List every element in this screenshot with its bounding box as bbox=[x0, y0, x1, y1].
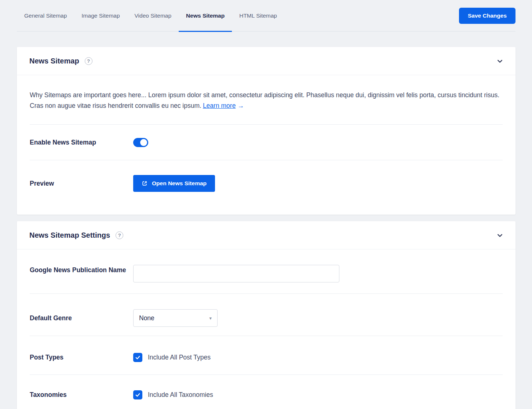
default-genre-select[interactable]: None ▾ bbox=[133, 309, 218, 327]
enable-news-sitemap-toggle[interactable] bbox=[133, 138, 148, 147]
tab-html-sitemap[interactable]: HTML Sitemap bbox=[232, 0, 284, 31]
arrow-right-icon: → bbox=[237, 102, 244, 109]
news-sitemap-card: News Sitemap ? Why Sitemaps are importan… bbox=[17, 47, 515, 215]
sitemap-settings-page: General Sitemap Image Sitemap Video Site… bbox=[0, 0, 532, 409]
preview-row: Preview Open News Sitemap bbox=[30, 160, 503, 215]
google-news-publication-name-row: Google News Publication Name bbox=[30, 249, 503, 294]
taxonomies-row: Taxonomies Include All Taxonomies bbox=[30, 375, 503, 409]
default-genre-row: Default Genre None ▾ bbox=[30, 294, 503, 336]
tab-video-sitemap[interactable]: Video Sitemap bbox=[127, 0, 179, 31]
include-all-taxonomies-label: Include All Taxonomies bbox=[148, 391, 213, 399]
tab-image-sitemap[interactable]: Image Sitemap bbox=[74, 0, 127, 31]
card-title: News Sitemap Settings bbox=[29, 231, 110, 240]
description-text: Why Sitemaps are important goes here... … bbox=[30, 91, 499, 109]
default-genre-label: Default Genre bbox=[30, 313, 133, 323]
toggle-knob bbox=[140, 139, 147, 146]
include-all-post-types-label: Include All Post Types bbox=[148, 354, 211, 361]
google-news-publication-name-input[interactable] bbox=[133, 265, 339, 282]
external-link-icon bbox=[142, 180, 147, 186]
default-genre-selected-value: None bbox=[139, 314, 154, 322]
card-title: News Sitemap bbox=[29, 57, 79, 65]
tab-news-sitemap[interactable]: News Sitemap bbox=[179, 0, 232, 31]
preview-label: Preview bbox=[30, 178, 133, 189]
post-types-row: Post Types Include All Post Types bbox=[30, 336, 503, 375]
chevron-down-icon[interactable] bbox=[497, 58, 503, 64]
enable-news-sitemap-label: Enable News Sitemap bbox=[30, 137, 133, 147]
open-news-sitemap-button[interactable]: Open News Sitemap bbox=[133, 175, 215, 192]
chevron-down-icon[interactable] bbox=[497, 232, 503, 238]
news-sitemap-settings-card-header: News Sitemap Settings ? bbox=[17, 221, 515, 249]
news-sitemap-card-header: News Sitemap ? bbox=[17, 47, 515, 75]
enable-news-sitemap-row: Enable News Sitemap bbox=[30, 125, 503, 160]
help-icon[interactable]: ? bbox=[85, 57, 92, 65]
taxonomies-label: Taxonomies bbox=[30, 390, 133, 400]
include-all-post-types-checkbox[interactable] bbox=[133, 353, 142, 362]
card-description: Why Sitemaps are important goes here... … bbox=[30, 75, 503, 125]
chevron-down-icon: ▾ bbox=[209, 315, 212, 321]
google-news-publication-name-label: Google News Publication Name bbox=[30, 265, 133, 275]
sitemap-tab-bar: General Sitemap Image Sitemap Video Site… bbox=[17, 0, 515, 32]
help-icon[interactable]: ? bbox=[116, 231, 123, 239]
open-news-sitemap-label: Open News Sitemap bbox=[152, 180, 207, 187]
post-types-label: Post Types bbox=[30, 352, 133, 362]
learn-more-link[interactable]: Learn more bbox=[203, 102, 236, 109]
tab-general-sitemap[interactable]: General Sitemap bbox=[17, 0, 74, 31]
save-changes-button[interactable]: Save Changes bbox=[459, 8, 515, 24]
include-all-taxonomies-checkbox[interactable] bbox=[133, 390, 142, 399]
news-sitemap-settings-card: News Sitemap Settings ? Google News Publ… bbox=[17, 221, 515, 409]
